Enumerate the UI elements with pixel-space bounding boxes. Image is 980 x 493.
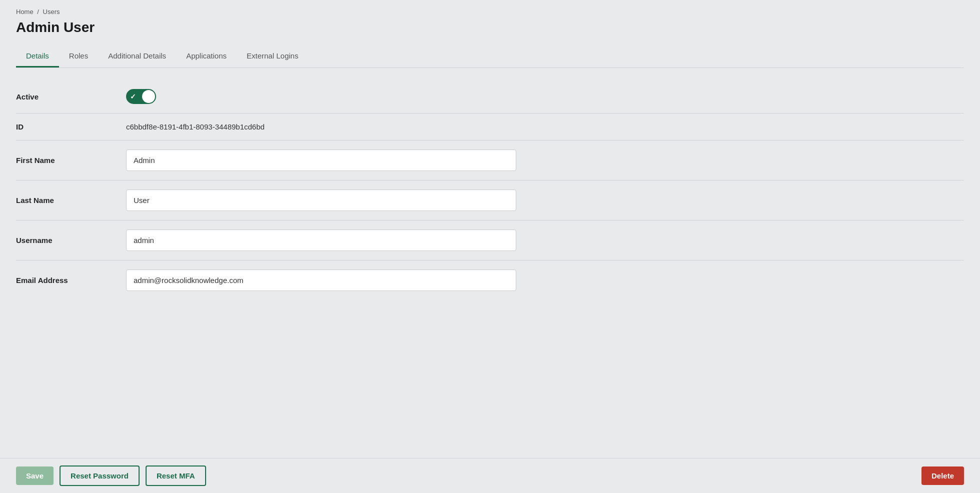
email-label: Email Address	[16, 276, 126, 284]
username-input[interactable]	[126, 230, 516, 251]
active-toggle-wrapper: ✓	[126, 89, 156, 104]
breadcrumb-separator: /	[37, 8, 39, 16]
form-row-username: Username	[16, 220, 964, 260]
breadcrumb-users[interactable]: Users	[43, 8, 60, 16]
form-row-email: Email Address	[16, 260, 964, 300]
page-wrapper: Home / Users Admin User Details Roles Ad…	[0, 0, 980, 493]
page-title: Admin User	[16, 20, 964, 36]
tab-details[interactable]: Details	[16, 46, 59, 68]
id-label: ID	[16, 122, 126, 131]
form-row-first-name: First Name	[16, 140, 964, 180]
first-name-label: First Name	[16, 156, 126, 164]
form-area: Active ✓ ID c6bbdf8e-8191-4fb1-8093-3448…	[16, 68, 964, 300]
reset-mfa-button[interactable]: Reset MFA	[146, 466, 206, 486]
form-row-active: Active ✓	[16, 80, 964, 114]
email-input[interactable]	[126, 270, 516, 291]
id-value: c6bbdf8e-8191-4fb1-8093-34489b1cd6bd	[126, 122, 265, 131]
save-button[interactable]: Save	[16, 466, 54, 485]
delete-button[interactable]: Delete	[921, 466, 964, 485]
active-label: Active	[16, 92, 126, 101]
main-content: Home / Users Admin User Details Roles Ad…	[0, 0, 980, 493]
reset-password-button[interactable]: Reset Password	[60, 466, 140, 486]
first-name-input[interactable]	[126, 150, 516, 171]
form-row-last-name: Last Name	[16, 180, 964, 220]
tab-external-logins[interactable]: External Logins	[237, 46, 308, 68]
toggle-knob	[142, 90, 155, 103]
breadcrumb: Home / Users	[16, 8, 964, 16]
tab-additional-details[interactable]: Additional Details	[98, 46, 176, 68]
toggle-check-icon: ✓	[130, 92, 136, 100]
active-toggle[interactable]: ✓	[126, 89, 156, 104]
footer-bar: Save Reset Password Reset MFA Delete	[0, 458, 980, 493]
breadcrumb-home[interactable]: Home	[16, 8, 34, 16]
username-label: Username	[16, 236, 126, 244]
tab-applications[interactable]: Applications	[176, 46, 237, 68]
form-row-id: ID c6bbdf8e-8191-4fb1-8093-34489b1cd6bd	[16, 114, 964, 140]
last-name-input[interactable]	[126, 190, 516, 211]
tab-roles[interactable]: Roles	[59, 46, 98, 68]
toggle-track: ✓	[126, 89, 156, 104]
last-name-label: Last Name	[16, 196, 126, 204]
tabs-container: Details Roles Additional Details Applica…	[16, 46, 964, 68]
